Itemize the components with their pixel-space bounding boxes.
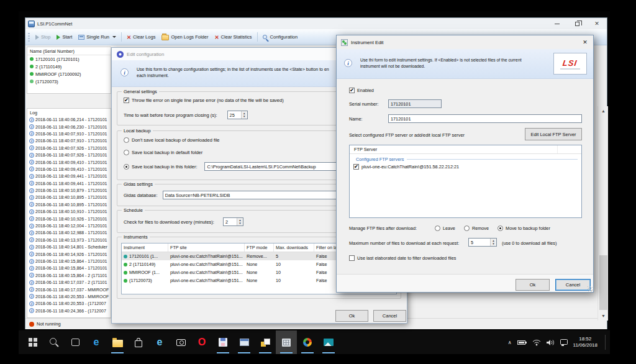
start-button[interactable]: Start xyxy=(53,31,75,43)
restore-button[interactable] xyxy=(567,18,587,29)
manage-ftp-radio[interactable] xyxy=(464,225,470,231)
serial-number-label: Serial number: xyxy=(349,101,378,107)
scroll-down-icon[interactable]: ▼ xyxy=(598,311,609,321)
manage-ftp-option-label: Remove xyxy=(472,225,489,231)
log-panel: Log i2018-06-11 18:40:06,214 - 17120101i… xyxy=(27,108,111,318)
info-banner: i Use thi form to edit instrument settin… xyxy=(337,49,593,79)
check-files-stepper[interactable]: 2 ▲▼ xyxy=(223,217,243,226)
internet-explorer-taskbar-button[interactable]: e xyxy=(149,330,170,354)
log-entry: i2018-06-11 18:40:10,895 - 17120101 xyxy=(27,194,111,201)
instrument-label: (17120073) xyxy=(35,79,58,84)
name-field[interactable]: 17120101 xyxy=(388,114,582,123)
this-folder-radio[interactable] xyxy=(124,164,129,170)
edge-taskbar-button[interactable]: e xyxy=(86,330,107,354)
expand-caret-icon[interactable]: ∧ xyxy=(508,340,512,345)
edit-local-ftp-server-button[interactable]: Edit Local FTP Server xyxy=(525,128,582,140)
wifi-icon[interactable] xyxy=(532,339,541,346)
log-text: 2018-06-11 18:40:14,926 - 17120101 xyxy=(35,252,107,257)
cancel-button[interactable]: Cancel xyxy=(373,310,406,322)
floppy-app-taskbar-button[interactable] xyxy=(212,330,234,354)
stop-button[interactable]: Stop xyxy=(32,31,53,43)
max-downloads-cell: 10 xyxy=(274,276,314,284)
photos-app-taskbar-button[interactable] xyxy=(318,330,339,354)
info-icon: i xyxy=(29,216,34,221)
main-scrollbar[interactable]: ▲ ▼ xyxy=(597,106,608,321)
log-text: 2018-06-11 18:40:20,553 - MMIROOF xyxy=(35,294,109,299)
show-desktop-button[interactable] xyxy=(605,335,606,350)
instrument-list-item[interactable]: 2 (17110149) xyxy=(27,63,111,70)
taskbar-clock[interactable]: 18:52 11/06/2018 xyxy=(573,336,597,348)
log-text: 2018-06-11 18:40:07,910 - 17120101 xyxy=(35,139,107,143)
open-app-indicator xyxy=(111,352,124,353)
manage-ftp-radio[interactable] xyxy=(497,225,503,231)
clear-icon: ✕ xyxy=(127,35,131,40)
info-text-line2: instrument will not be downloaded. xyxy=(360,63,547,70)
manage-ftp-option-label: Leave xyxy=(443,225,455,231)
folder-icon xyxy=(161,35,169,40)
configuration-icon xyxy=(263,35,267,39)
volume-icon[interactable] xyxy=(547,339,555,346)
open-logs-folder-button[interactable]: Open Logs Folder xyxy=(158,31,211,43)
use-last-date-checkbox[interactable] xyxy=(349,255,355,261)
close-button[interactable]: ✕ xyxy=(587,18,607,29)
task-view-taskbar-button[interactable] xyxy=(65,330,86,354)
log-entry: i2018-06-11 18:40:07,910 - 17120101 xyxy=(27,137,111,144)
store-taskbar-button[interactable] xyxy=(128,330,149,354)
clear-logs-button[interactable]: ✕ Clear Logs xyxy=(124,31,158,43)
ftp-mode-cell: Remove... xyxy=(245,252,274,260)
wait-time-label: Time to wait before force program closin… xyxy=(124,112,217,118)
log-text: 2018-06-11 18:40:10,895 - 17120101 xyxy=(35,202,107,207)
instrument-list-item[interactable]: MMIROOF (17100092) xyxy=(27,70,111,78)
manage-ftp-option[interactable]: Move to backup folder xyxy=(497,225,550,231)
app-icon xyxy=(28,20,35,27)
throw-file-error-checkbox[interactable] xyxy=(124,98,129,103)
ftp-server-item[interactable]: pluvi-one-eu:CatchThatRain!@151.58.22.21… xyxy=(350,162,581,170)
instrument-list-item[interactable]: (17120073) xyxy=(27,78,111,85)
configuration-button[interactable]: Configuration xyxy=(260,31,301,43)
ok-button[interactable]: Ok xyxy=(516,279,550,291)
single-run-button[interactable]: Single Run xyxy=(75,31,119,43)
file-explorer-taskbar-button[interactable] xyxy=(107,330,128,354)
clear-statistics-button[interactable]: ✕ Clear Statistics xyxy=(211,31,255,43)
max-files-stepper[interactable]: 5 ▲▼ xyxy=(468,238,497,247)
max-files-hint: (use 0 to download all files) xyxy=(502,240,556,246)
action-center-icon[interactable] xyxy=(560,339,568,346)
manage-ftp-radio[interactable] xyxy=(435,225,440,231)
clock-time: 18:52 xyxy=(573,336,597,342)
enabled-label: Enabled xyxy=(357,88,374,93)
manage-ftp-option[interactable]: Remove xyxy=(464,225,489,231)
info-icon: i xyxy=(29,124,34,129)
instrument-list-item[interactable]: 17120101 (17120101) xyxy=(27,55,111,63)
opera-taskbar-button[interactable]: O xyxy=(191,330,212,354)
grid-app-taskbar-button[interactable] xyxy=(276,330,297,354)
ok-button[interactable]: Ok xyxy=(335,310,368,322)
paint-app-taskbar-button[interactable] xyxy=(297,330,318,354)
info-icon: i xyxy=(29,181,34,186)
window-app-taskbar-button[interactable] xyxy=(234,330,255,354)
close-icon[interactable]: ✕ xyxy=(579,37,591,47)
battery-icon[interactable] xyxy=(517,340,527,345)
scroll-up-icon[interactable]: ▲ xyxy=(598,106,609,116)
log-entry: i2018-06-11 18:40:10,879 - 17120101 xyxy=(27,187,111,194)
wait-time-stepper[interactable]: 25 ▲▼ xyxy=(227,111,248,119)
log-entry: i2018-06-11 18:40:07,926 - 17120101 xyxy=(27,152,111,158)
no-backup-radio[interactable] xyxy=(124,137,129,143)
scrollbar-thumb[interactable] xyxy=(599,255,607,310)
manage-ftp-option[interactable]: Leave xyxy=(435,225,455,231)
minimize-button[interactable] xyxy=(547,18,567,29)
info-icon: i xyxy=(29,174,34,179)
serial-number-field[interactable]: 17120101 xyxy=(388,99,442,108)
info-icon: i xyxy=(29,145,34,150)
log-entry: i2018-06-11 18:40:20,553 - MMIROOF xyxy=(27,293,111,300)
default-folder-radio[interactable] xyxy=(124,150,129,155)
camera-taskbar-button[interactable] xyxy=(170,330,191,354)
log-text: 2018-06-11 18:40:13,973 - 17120101 xyxy=(35,238,107,242)
enabled-checkbox[interactable] xyxy=(349,88,355,93)
ftp-server-checkbox[interactable] xyxy=(353,164,359,170)
resize-grip[interactable] xyxy=(588,286,593,291)
search-taskbar-button[interactable] xyxy=(43,330,65,354)
cancel-button[interactable]: Cancel xyxy=(555,279,591,291)
start-taskbar-button[interactable] xyxy=(22,330,43,354)
info-icon: i xyxy=(29,273,34,278)
component-app-taskbar-button[interactable] xyxy=(255,330,276,354)
